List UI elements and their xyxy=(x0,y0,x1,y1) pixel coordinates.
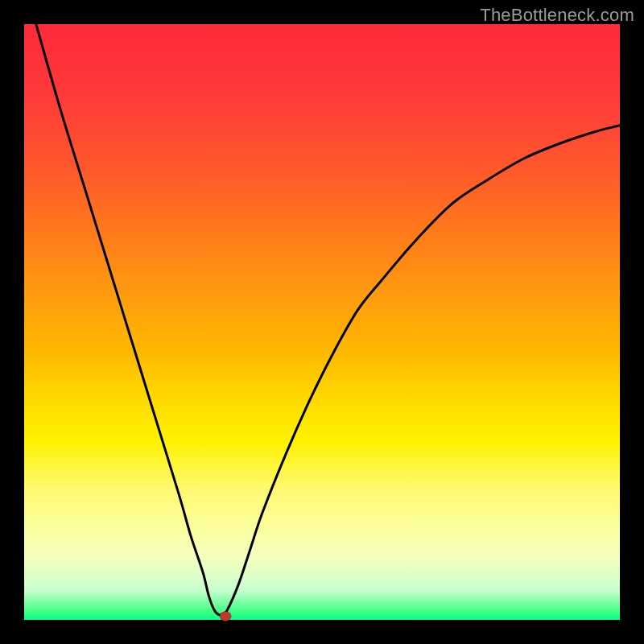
min-marker-icon xyxy=(220,612,231,621)
plot-area xyxy=(24,24,620,620)
chart-container: TheBottleneck.com xyxy=(0,0,644,644)
attribution-label: TheBottleneck.com xyxy=(480,5,634,26)
curve-svg xyxy=(24,24,620,620)
bottleneck-curve xyxy=(36,24,620,615)
